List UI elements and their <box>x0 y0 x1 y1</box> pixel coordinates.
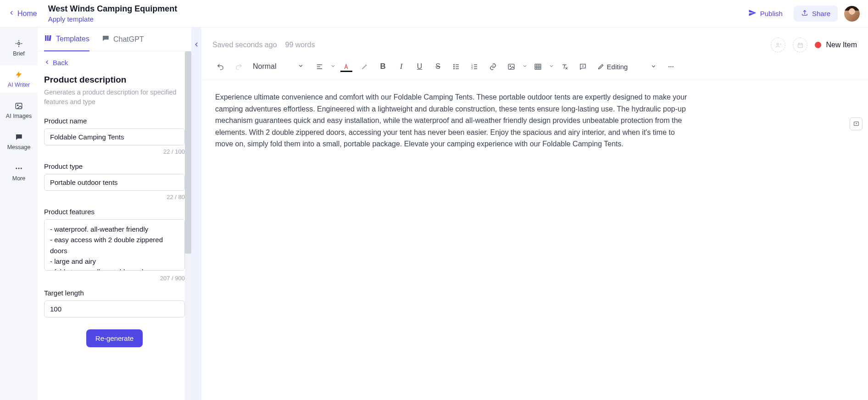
add-collaborator-button[interactable] <box>771 38 785 52</box>
chevron-down-icon <box>330 63 336 70</box>
redo-button[interactable] <box>231 59 246 74</box>
product-name-counter: 22 / 100 <box>44 148 185 155</box>
add-comment-button[interactable] <box>850 117 862 130</box>
toolbar: Normal B I U S 123 <box>201 55 868 80</box>
collapse-sidebar-button[interactable] <box>191 28 201 400</box>
highlight-button[interactable] <box>357 59 373 74</box>
doc-title: West Winds Camping Equipment <box>48 3 178 14</box>
align-dropdown[interactable] <box>312 59 336 74</box>
product-features-counter: 207 / 900 <box>44 275 185 282</box>
calendar-button[interactable] <box>793 38 807 52</box>
editor-content[interactable]: Experience ultimate convenience and comf… <box>201 80 701 161</box>
svg-rect-13 <box>49 35 51 40</box>
paragraph-style-label: Normal <box>253 62 277 71</box>
label-product-features: Product features <box>44 208 185 216</box>
chevron-down-icon <box>522 63 528 70</box>
header-actions: Publish Share <box>744 5 860 22</box>
chevron-left-icon <box>8 10 15 18</box>
nav-label: AI Writer <box>8 82 30 88</box>
svg-point-10 <box>21 168 22 169</box>
svg-point-49 <box>670 66 671 67</box>
product-type-input[interactable] <box>44 174 185 191</box>
image-icon <box>14 101 24 111</box>
apply-template-link[interactable]: Apply template <box>48 15 178 24</box>
avatar[interactable] <box>844 6 860 22</box>
chevron-left-icon <box>193 41 200 49</box>
back-label: Back <box>53 59 68 67</box>
chevron-left-icon <box>44 59 50 67</box>
nav-ai-writer[interactable]: AI Writer <box>0 65 38 93</box>
product-name-input[interactable] <box>44 128 185 145</box>
svg-point-25 <box>454 64 454 65</box>
svg-rect-39 <box>535 64 541 69</box>
text-color-button[interactable] <box>339 59 354 74</box>
table-dropdown[interactable] <box>530 59 554 74</box>
svg-rect-37 <box>508 64 514 69</box>
strikethrough-button[interactable]: S <box>430 59 446 74</box>
svg-point-1 <box>18 43 20 45</box>
svg-rect-6 <box>16 103 22 109</box>
more-icon <box>14 163 24 173</box>
table-icon <box>530 59 546 74</box>
numbered-list-button[interactable]: 123 <box>467 59 483 74</box>
chevron-down-icon <box>549 63 554 70</box>
home-link[interactable]: Home <box>8 10 37 18</box>
tab-label: Templates <box>56 35 89 43</box>
header: Home West Winds Camping Equipment Apply … <box>0 0 868 28</box>
mode-label: Editing <box>607 63 628 71</box>
send-icon <box>748 9 757 18</box>
label-target-length: Target length <box>44 289 185 297</box>
home-label: Home <box>17 10 37 18</box>
chat-icon <box>101 34 110 44</box>
tab-templates[interactable]: Templates <box>44 34 89 51</box>
bolt-icon <box>14 70 24 80</box>
tab-chatgpt[interactable]: ChatGPT <box>101 34 144 51</box>
nav-more[interactable]: More <box>0 159 38 186</box>
back-button[interactable]: Back <box>44 59 68 67</box>
svg-point-14 <box>777 43 779 45</box>
underline-button[interactable]: U <box>412 59 428 74</box>
editing-mode-select[interactable]: Editing <box>594 60 661 73</box>
svg-rect-11 <box>45 35 46 41</box>
sidebar: Templates ChatGPT Back Product descripti… <box>38 28 191 400</box>
svg-point-8 <box>16 168 17 169</box>
comment-button[interactable] <box>575 59 591 74</box>
templates-icon <box>44 34 52 44</box>
share-button[interactable]: Share <box>794 6 838 22</box>
more-button[interactable] <box>663 59 679 74</box>
regenerate-button[interactable]: Re-generate <box>86 329 143 347</box>
label-product-type: Product type <box>44 162 185 170</box>
link-button[interactable] <box>485 59 501 74</box>
tab-label: ChatGPT <box>113 35 144 44</box>
chat-icon <box>14 132 24 142</box>
svg-point-50 <box>673 66 673 67</box>
svg-point-27 <box>454 68 454 69</box>
image-dropdown[interactable] <box>504 59 528 74</box>
bold-button[interactable]: B <box>375 59 391 74</box>
editor: Saved seconds ago 99 words New Item Norm… <box>201 28 868 400</box>
target-length-input[interactable] <box>44 300 185 317</box>
italic-button[interactable]: I <box>394 59 409 74</box>
nav-brief[interactable]: Brief <box>0 34 38 61</box>
sidebar-tabs: Templates ChatGPT <box>38 28 191 51</box>
title-block: West Winds Camping Equipment Apply templ… <box>48 3 178 24</box>
chevron-down-icon <box>651 63 657 71</box>
undo-button[interactable] <box>212 59 228 74</box>
label-product-name: Product name <box>44 117 185 125</box>
status-label: New Item <box>826 41 857 49</box>
saved-status: Saved seconds ago <box>212 41 277 49</box>
editor-meta: Saved seconds ago 99 words New Item <box>201 28 868 55</box>
align-left-icon <box>312 59 328 74</box>
sidebar-scrollbar[interactable] <box>185 51 191 400</box>
svg-point-38 <box>510 66 511 67</box>
nav-message[interactable]: Message <box>0 128 38 155</box>
nav-ai-images[interactable]: AI Images <box>0 96 38 124</box>
item-status[interactable]: New Item <box>815 41 857 49</box>
paragraph-style-select[interactable]: Normal <box>249 60 307 73</box>
panel-title: Product description <box>44 75 185 85</box>
publish-label: Publish <box>760 10 783 17</box>
bullet-list-button[interactable] <box>449 59 464 74</box>
clear-formatting-button[interactable] <box>557 59 573 74</box>
publish-button[interactable]: Publish <box>744 5 787 22</box>
product-features-input[interactable] <box>44 219 185 271</box>
